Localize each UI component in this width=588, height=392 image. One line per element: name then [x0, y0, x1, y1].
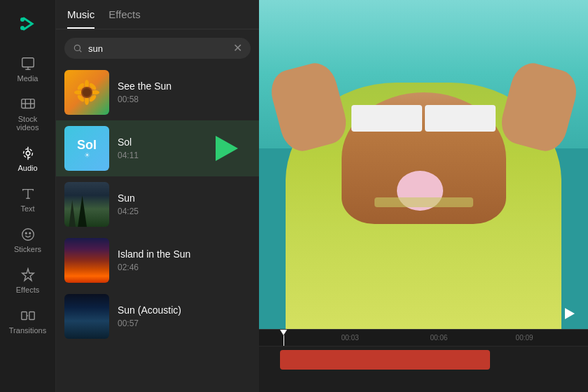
sidebar-audio-label: Audio — [18, 164, 37, 172]
track-title-sun: Sun — [118, 192, 251, 204]
sidebar-item-effects[interactable]: Effects — [4, 262, 52, 300]
sidebar-transitions-label: Transitions — [9, 326, 46, 335]
track-item-sol[interactable]: Sol ☀ Sol 04:11 — [56, 120, 259, 176]
track-title-see-the-sun: See the Sun — [118, 80, 251, 92]
playhead — [280, 330, 287, 346]
timeline-tracks — [259, 346, 588, 392]
ruler-tick-9s: 00:09 — [516, 334, 533, 342]
track-list: See the Sun 00:58 Sol ☀ Sol 04:11 — [56, 64, 259, 392]
sidebar-item-media[interactable]: Media — [4, 50, 52, 88]
track-title-island-in-the-sun: Island in the Sun — [118, 248, 251, 260]
svg-point-7 — [25, 232, 27, 234]
track-info-see-the-sun: See the Sun 00:58 — [118, 80, 251, 104]
svg-point-6 — [22, 229, 34, 241]
timeline-ruler: 00:03 00:06 00:09 — [259, 330, 588, 346]
track-item-see-the-sun[interactable]: See the Sun 00:58 — [56, 64, 259, 120]
play-overlay-sol — [216, 136, 238, 161]
track-info-island-in-the-sun: Island in the Sun 02:46 — [118, 248, 251, 272]
track-thumb-sun — [64, 182, 109, 227]
svg-point-1 — [20, 26, 24, 30]
sidebar-item-text[interactable]: Text — [4, 181, 52, 218]
sidebar-effects-label: Effects — [16, 286, 39, 294]
search-input[interactable] — [88, 43, 227, 54]
track-info-sun: Sun 04:25 — [118, 192, 251, 216]
sidebar-item-stickers[interactable]: Stickers — [4, 221, 52, 259]
track-duration-island-in-the-sun: 02:46 — [118, 262, 251, 272]
sidebar: Media Stock videos Audio Text — [0, 0, 56, 392]
tab-effects[interactable]: Effects — [108, 8, 141, 29]
svg-rect-10 — [29, 312, 34, 320]
track-thumb-island — [64, 238, 109, 283]
track-thumb-sol: Sol ☀ — [64, 126, 109, 171]
music-panel: Music Effects ✕ — [56, 0, 259, 392]
track-item-island-in-the-sun[interactable]: Island in the Sun 02:46 — [56, 232, 259, 288]
sidebar-stock-label: Stock videos — [8, 115, 48, 132]
ruler-tick-6s: 00:06 — [430, 334, 447, 342]
svg-point-11 — [74, 45, 80, 50]
svg-point-8 — [29, 232, 30, 234]
search-clear-button[interactable]: ✕ — [233, 43, 242, 54]
track-duration-sun-acoustic: 00:57 — [118, 318, 251, 328]
svg-rect-2 — [22, 58, 34, 67]
timeline-area: 00:03 00:06 00:09 — [259, 329, 588, 392]
track-title-sun-acoustic: Sun (Acoustic) — [118, 304, 251, 316]
track-item-sun[interactable]: Sun 04:25 — [56, 176, 259, 232]
track-duration-see-the-sun: 00:58 — [118, 94, 251, 104]
panel-tabs: Music Effects — [56, 0, 259, 29]
main-area: 00:03 00:06 00:09 — [259, 0, 588, 392]
track-thumb-see-the-sun — [64, 70, 109, 115]
app-logo — [11, 7, 45, 43]
search-bar: ✕ — [64, 38, 251, 59]
track-info-sun-acoustic: Sun (Acoustic) 00:57 — [118, 304, 251, 328]
svg-point-4 — [26, 151, 30, 155]
svg-point-21 — [83, 88, 91, 97]
sidebar-stickers-label: Stickers — [14, 245, 41, 253]
sidebar-item-transitions[interactable]: Transitions — [4, 302, 52, 340]
tab-music[interactable]: Music — [67, 8, 94, 29]
svg-point-0 — [20, 18, 24, 22]
sidebar-media-label: Media — [18, 74, 38, 83]
preview-play-icon — [565, 308, 575, 319]
sidebar-item-stock-videos[interactable]: Stock videos — [4, 91, 52, 137]
svg-rect-9 — [21, 312, 26, 320]
track-thumb-acoustic — [64, 294, 109, 339]
track-item-sun-acoustic[interactable]: Sun (Acoustic) 00:57 — [56, 288, 259, 344]
video-track[interactable] — [280, 350, 490, 370]
preview-controls — [560, 304, 580, 323]
video-preview-area — [259, 0, 588, 329]
sidebar-item-audio[interactable]: Audio — [4, 140, 52, 178]
search-icon — [73, 43, 83, 53]
ruler-tick-3s: 00:03 — [342, 334, 359, 342]
preview-play-button[interactable] — [560, 304, 580, 323]
play-icon-sol — [216, 136, 238, 161]
sidebar-text-label: Text — [20, 204, 34, 213]
track-duration-sun: 04:25 — [118, 206, 251, 216]
